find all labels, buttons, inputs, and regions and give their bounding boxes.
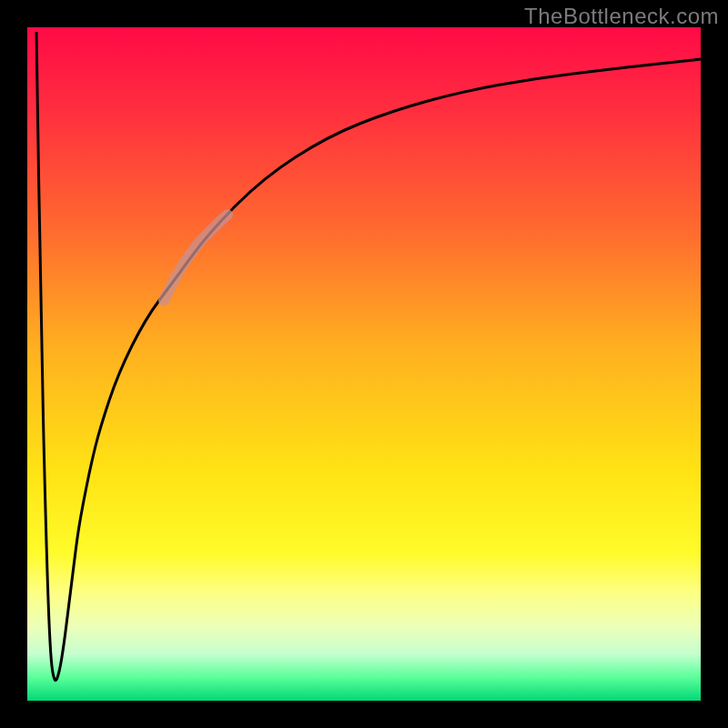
chart-svg	[27, 27, 701, 701]
watermark-text: TheBottleneck.com	[524, 4, 719, 29]
curve-path	[36, 32, 701, 681]
chart-container: TheBottleneck.com	[0, 0, 728, 728]
highlight-segment-path	[164, 215, 228, 300]
